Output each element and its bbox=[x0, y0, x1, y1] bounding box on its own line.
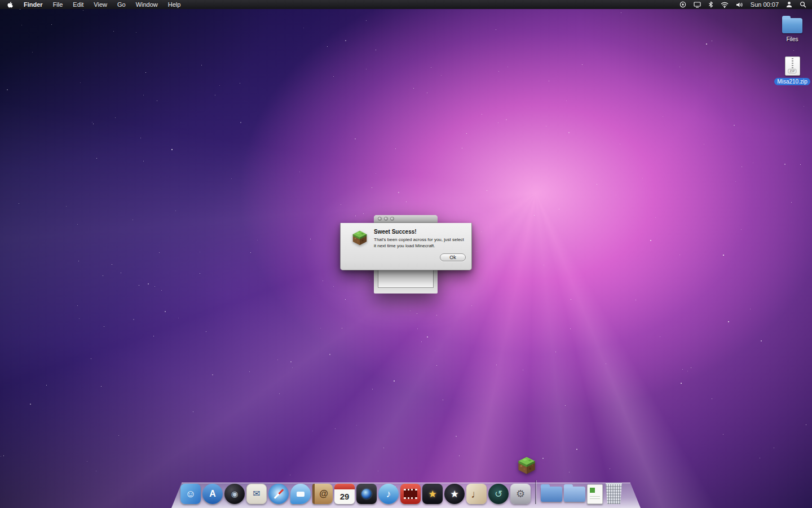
universal-access-icon[interactable] bbox=[679, 1, 686, 8]
dock-garageband[interactable]: ♩ bbox=[466, 484, 487, 504]
dock-mail[interactable]: ✉ bbox=[246, 484, 267, 504]
menu-help[interactable]: Help bbox=[168, 1, 181, 8]
files-label: Files bbox=[783, 36, 801, 43]
wifi-icon[interactable] bbox=[721, 2, 729, 8]
alert-heading: Sweet Success! bbox=[374, 229, 417, 235]
zip-label: Misa210.zip bbox=[774, 78, 810, 85]
menu-view[interactable]: View bbox=[94, 1, 107, 8]
dock-separator bbox=[535, 480, 536, 504]
close-button[interactable] bbox=[378, 217, 382, 221]
system-preferences-glyph: ⚙ bbox=[516, 489, 525, 499]
dock-time-machine[interactable]: ↺ bbox=[488, 484, 509, 504]
minecraft-dock-bounce-icon[interactable] bbox=[517, 455, 537, 475]
dock-stack-folder-2[interactable] bbox=[564, 487, 585, 502]
desktop-icon-misa-zip[interactable]: ZIP Misa210.zip bbox=[776, 56, 808, 85]
ok-button[interactable]: Ok bbox=[440, 253, 466, 261]
zip-file-icon: ZIP bbox=[785, 56, 800, 76]
address-book-glyph: @ bbox=[319, 489, 328, 498]
dock-system-preferences[interactable]: ⚙ bbox=[510, 484, 531, 504]
mail-glyph: ✉ bbox=[253, 489, 260, 498]
menu-edit[interactable]: Edit bbox=[73, 1, 83, 8]
bluetooth-icon[interactable] bbox=[708, 1, 713, 8]
menu-bar-status: Sun 00:07 bbox=[679, 1, 812, 8]
display-icon[interactable] bbox=[694, 2, 701, 8]
garageband-glyph: ♩ bbox=[471, 489, 482, 500]
dock-trash[interactable] bbox=[604, 483, 623, 504]
alert-body: That's been copied across for you, just … bbox=[374, 237, 467, 249]
window-titlebar[interactable] bbox=[374, 215, 438, 223]
menu-finder[interactable]: Finder bbox=[24, 1, 43, 8]
dock-dashboard[interactable]: ◉ bbox=[224, 484, 245, 504]
apple-menu-icon[interactable] bbox=[7, 1, 14, 8]
menu-bar-left: Finder File Edit View Go Window Help bbox=[0, 1, 180, 8]
desktop-icon-files[interactable]: Files bbox=[776, 18, 808, 43]
menu-file[interactable]: File bbox=[53, 1, 63, 8]
minimize-button[interactable] bbox=[384, 217, 388, 221]
dock-itunes[interactable]: ♪ bbox=[378, 484, 399, 504]
desktop: Finder File Edit View Go Window Help bbox=[0, 0, 812, 508]
zoom-button[interactable] bbox=[390, 217, 394, 221]
dock-icon-row: ☺A◉✉@29♪★★♩↺⚙ bbox=[180, 480, 623, 504]
zip-badge: ZIP bbox=[788, 69, 796, 73]
itunes-glyph: ♪ bbox=[386, 489, 391, 499]
minecraft-grass-icon bbox=[351, 229, 368, 246]
aperture-glyph: ★ bbox=[450, 489, 458, 499]
finder-glyph: ☺ bbox=[186, 489, 196, 499]
idvd-glyph: ★ bbox=[428, 489, 436, 499]
dock-dvd-player[interactable] bbox=[400, 484, 421, 504]
dock-photo-booth[interactable] bbox=[356, 484, 377, 504]
dock: ☺A◉✉@29♪★★♩↺⚙ bbox=[171, 476, 641, 508]
menu-bar: Finder File Edit View Go Window Help bbox=[0, 0, 812, 9]
dock-ical[interactable]: 29 bbox=[334, 484, 355, 504]
user-icon[interactable] bbox=[786, 1, 792, 8]
menu-go[interactable]: Go bbox=[117, 1, 126, 8]
dock-address-book[interactable]: @ bbox=[312, 484, 333, 504]
window-text-field[interactable] bbox=[378, 269, 434, 288]
time-machine-glyph: ↺ bbox=[495, 489, 502, 499]
menu-window[interactable]: Window bbox=[136, 1, 158, 8]
alert-sheet: Sweet Success! That's been copied across… bbox=[340, 223, 472, 270]
dock-ichat[interactable] bbox=[290, 484, 311, 504]
app-store-glyph: A bbox=[209, 489, 216, 498]
dock-finder[interactable]: ☺ bbox=[180, 484, 201, 504]
dock-idvd[interactable]: ★ bbox=[422, 484, 443, 504]
spotlight-icon[interactable] bbox=[800, 1, 806, 8]
menu-clock[interactable]: Sun 00:07 bbox=[751, 1, 779, 8]
dock-aperture[interactable]: ★ bbox=[444, 484, 465, 504]
dock-stack-documents[interactable] bbox=[587, 484, 603, 504]
dock-app-store[interactable]: A bbox=[202, 484, 223, 504]
volume-icon[interactable] bbox=[736, 2, 743, 8]
ical-glyph: 29 bbox=[340, 492, 350, 501]
folder-icon bbox=[782, 18, 802, 33]
dock-stack-folder-1[interactable] bbox=[541, 487, 562, 502]
dashboard-glyph: ◉ bbox=[231, 490, 238, 498]
dock-safari[interactable] bbox=[268, 484, 289, 504]
